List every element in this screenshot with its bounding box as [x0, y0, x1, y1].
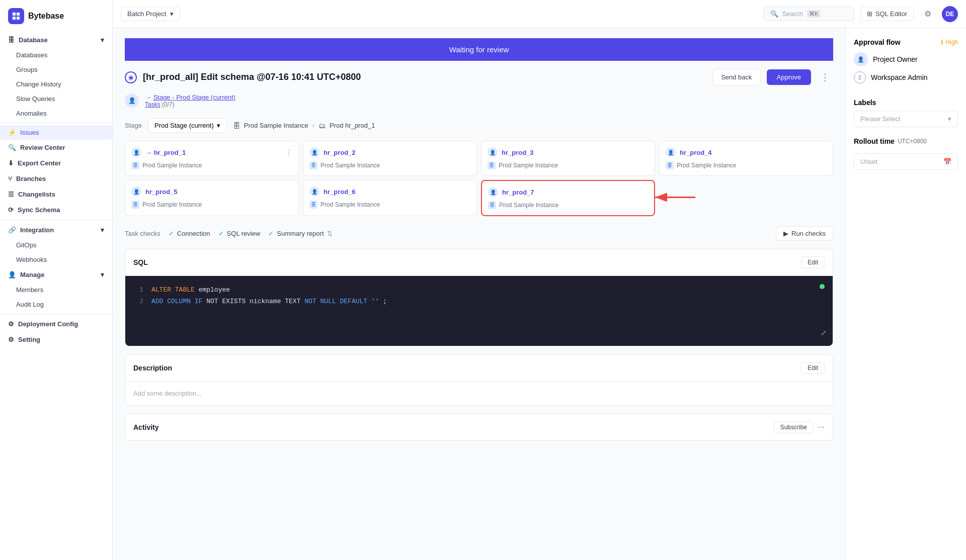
svg-rect-2	[13, 17, 16, 20]
run-checks-button[interactable]: ▶ Run checks	[776, 226, 833, 241]
check-sql-review-label: SQL review	[227, 230, 261, 237]
settings-button[interactable]: ⚙	[920, 6, 936, 22]
db-card-1-instance-label: Prod Sample Instance	[142, 162, 202, 169]
sidebar-section-integration[interactable]: 🔗 Integration ▾	[0, 222, 112, 238]
db-card-hr-prod-4[interactable]: 👤 hr_prod_4 🗄 Prod Sample Instance	[659, 141, 833, 176]
sidebar-section-manage[interactable]: 👤 Manage ▾	[0, 267, 112, 283]
logo[interactable]: Bytebase	[0, 0, 112, 32]
db-card-3-name: hr_prod_3	[502, 149, 534, 156]
sidebar-item-webhooks[interactable]: Webhooks	[0, 252, 112, 267]
sidebar-section-database[interactable]: 🗄 Database ▾	[0, 32, 112, 48]
check-connection-label: Connection	[177, 230, 210, 237]
sidebar-item-export-center[interactable]: ⬇ Export Center	[0, 155, 112, 171]
sidebar-item-sync-schema[interactable]: ⟳ Sync Schema	[0, 202, 112, 218]
db-card-hr-prod-3[interactable]: 👤 hr_prod_3 🗄 Prod Sample Instance	[481, 141, 655, 176]
sync-schema-icon: ⟳	[8, 206, 14, 214]
approval-flow-header: Approval flow ℹ High	[854, 38, 958, 46]
sidebar-item-databases-label: Databases	[16, 51, 47, 59]
svg-rect-3	[17, 17, 20, 20]
tasks-link[interactable]: Tasks	[145, 101, 160, 108]
sidebar-item-audit-log[interactable]: Audit Log	[0, 297, 112, 312]
db-card-1-name: hr_prod_1	[145, 149, 186, 156]
labels-select[interactable]: Please Select ▾	[854, 111, 958, 127]
search-bar[interactable]: 🔍 Search ⌘K	[764, 7, 854, 21]
activity-actions: Subscribe ⋯	[774, 421, 825, 433]
breadcrumb-sep: ›	[312, 122, 314, 129]
db-card-empty	[659, 180, 833, 216]
kw-default: DEFAULT	[340, 298, 368, 305]
db-card-2-instance-label: Prod Sample Instance	[320, 162, 380, 169]
activity-more-button[interactable]: ⋯	[818, 423, 825, 431]
db-instance-icon-7: 🗄	[488, 201, 496, 209]
sidebar-item-slow-queries[interactable]: Slow Queries	[0, 91, 112, 106]
check-ok-icon-connection: ✓	[169, 230, 174, 237]
sidebar-item-deployment-config[interactable]: ⚙ Deployment Config	[0, 316, 112, 332]
sidebar-item-change-history[interactable]: Change History	[0, 77, 112, 91]
sidebar-item-export-center-label: Export Center	[18, 159, 61, 167]
send-back-button[interactable]: Send back	[712, 69, 760, 85]
sidebar-item-anomalies[interactable]: Anomalies	[0, 106, 112, 121]
sidebar-item-databases[interactable]: Databases	[0, 48, 112, 62]
rollout-title: Rollout time	[854, 137, 895, 145]
sidebar-item-gitops[interactable]: GitOps	[0, 238, 112, 252]
stage-link[interactable]: Stage - Prod Stage (current)	[153, 94, 235, 101]
approve-button[interactable]: Approve	[767, 69, 811, 85]
db-card-4-instance: 🗄 Prod Sample Instance	[666, 161, 827, 169]
stage-dropdown[interactable]: Prod Stage (current) ▾	[148, 118, 227, 133]
more-options-button[interactable]: ⋮	[817, 69, 833, 85]
sql-editor-button[interactable]: ⊞ SQL Editor	[860, 7, 914, 21]
db-card-hr-prod-1[interactable]: 👤 hr_prod_1 ⋮ 🗄 Prod Sample Instance	[125, 141, 299, 176]
db-card-5-instance-label: Prod Sample Instance	[142, 201, 202, 208]
db-card-1-more[interactable]: ⋮	[285, 148, 292, 156]
kw-employee: employee	[199, 286, 230, 294]
sidebar-item-gitops-label: GitOps	[16, 241, 36, 249]
db-card-7-header: 👤 hr_prod_7	[488, 187, 648, 197]
divider-3	[0, 314, 112, 314]
logo-icon	[8, 8, 24, 24]
integration-icon: 🔗	[8, 226, 16, 234]
sidebar-item-groups[interactable]: Groups	[0, 62, 112, 77]
rollout-input[interactable]: Unset 📅	[854, 153, 958, 170]
issues-icon: ⚡	[8, 129, 16, 136]
issue-header: ◉ [hr_prod_all] Edit schema @07-16 10:41…	[125, 69, 833, 85]
db-card-1-instance: 🗄 Prod Sample Instance	[131, 161, 292, 169]
sidebar-section-manage-label: Manage	[20, 271, 44, 278]
task-checks-row: Task checks ✓ Connection ✓ SQL review ✓ …	[125, 226, 833, 241]
stage-selector-row: Stage Prod Stage (current) ▾ 🗄 Prod Samp…	[125, 118, 833, 133]
description-edit-button[interactable]: Edit	[801, 362, 825, 374]
sql-edit-button[interactable]: Edit	[801, 256, 825, 268]
rollout-placeholder: Unset	[860, 158, 877, 165]
manage-icon: 👤	[8, 271, 16, 278]
db-card-hr-prod-7[interactable]: 👤 hr_prod_7 🗄 Prod Sample Instance	[481, 180, 655, 216]
db-card-7-instance: 🗄 Prod Sample Instance	[488, 201, 648, 209]
sidebar-item-members[interactable]: Members	[0, 283, 112, 297]
db-card-hr-prod-6[interactable]: 👤 hr_prod_6 🗄 Prod Sample Instance	[303, 180, 477, 216]
stage-info: 👤 → Stage - Prod Stage (current) Tasks (…	[125, 94, 833, 108]
kw-not-null: NOT NULL	[304, 298, 336, 305]
db-card-6-name: hr_prod_6	[324, 188, 356, 196]
sidebar-item-review-center[interactable]: 🔍 Review Center	[0, 140, 112, 155]
sql-section-title: SQL	[133, 258, 148, 266]
sidebar-section-database-label: Database	[19, 36, 48, 44]
subscribe-button[interactable]: Subscribe	[774, 421, 814, 433]
run-checks-label: Run checks	[791, 230, 826, 237]
sidebar-item-changelists[interactable]: ☰ Changelists	[0, 186, 112, 202]
sidebar-item-branches[interactable]: ⑂ Branches	[0, 171, 112, 186]
user-avatar[interactable]: DE	[942, 6, 958, 22]
db-card-5-header: 👤 hr_prod_5	[131, 186, 292, 197]
sidebar-item-issues[interactable]: ⚡ Issues	[0, 125, 112, 140]
description-placeholder[interactable]: Add some description...	[125, 382, 833, 405]
rollout-section: Rollout time UTC+0800 Unset 📅	[854, 137, 958, 170]
check-summary-sort-icon[interactable]: ⇅	[327, 230, 333, 237]
chevron-down-icon-integration: ▾	[101, 226, 104, 234]
stage-dropdown-value: Prod Stage (current)	[154, 122, 214, 129]
changelists-icon: ☰	[8, 191, 14, 198]
sidebar-item-groups-label: Groups	[16, 66, 38, 73]
check-summary-report: ✓ Summary report ⇅	[268, 230, 332, 237]
sidebar-item-setting[interactable]: ⚙ Setting	[0, 332, 112, 347]
db-card-hr-prod-5[interactable]: 👤 hr_prod_5 🗄 Prod Sample Instance	[125, 180, 299, 216]
expand-code-button[interactable]: ⤢	[821, 327, 827, 340]
check-ok-icon-sql: ✓	[218, 230, 224, 237]
project-selector[interactable]: Batch Project ▾	[121, 7, 180, 21]
db-card-hr-prod-2[interactable]: 👤 hr_prod_2 🗄 Prod Sample Instance	[303, 141, 477, 176]
